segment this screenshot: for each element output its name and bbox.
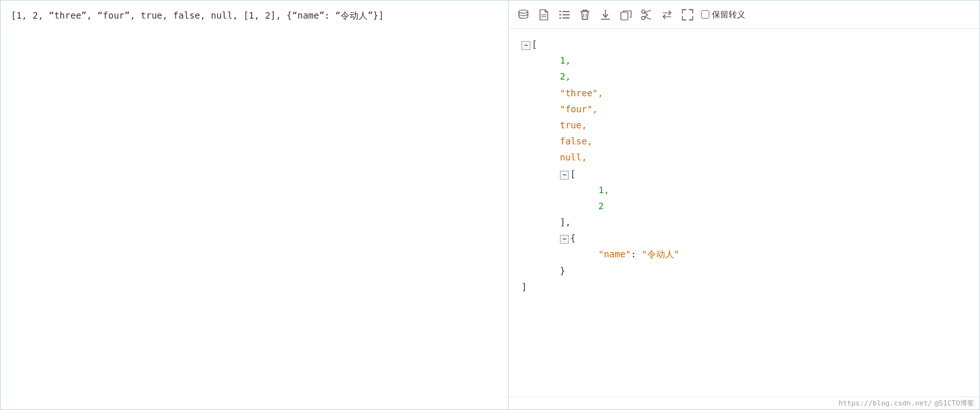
value-1: 1, [560,53,571,69]
nested-array-close: ], [521,214,967,230]
nested-value-name: "令动人" [641,246,679,262]
svg-line-16 [645,10,651,13]
nested-array-open: − [ [521,166,967,182]
svg-point-0 [519,10,528,13]
root-collapse-btn[interactable]: − [521,41,530,50]
nested-array-collapse-btn[interactable]: − [560,171,569,180]
item-four: "four", [521,101,967,117]
root-open-bracket: [ [532,37,537,53]
preserve-escape-input[interactable] [701,10,709,19]
delete-icon[interactable] [578,8,592,22]
json-viewer-panel: 保留转义 − [ 1, 2, "three", "four", true, [509,0,980,410]
download-icon[interactable] [598,8,612,22]
json-viewer-content: − [ 1, 2, "three", "four", true, false, [509,29,979,397]
footer-url: https://blog.csdn.net/ [839,399,933,407]
item-three: "three", [521,85,967,101]
preserve-escape-label: 保留转义 [712,9,745,21]
nested-value-1: 1, [598,182,609,198]
item-true: true, [521,117,967,133]
svg-rect-13 [621,12,628,20]
nested-item-2: 2 [521,198,967,214]
nested-object-close: } [521,263,967,279]
file-icon[interactable] [537,8,551,22]
nested-key: "name" [598,246,631,262]
scissors-icon[interactable] [639,8,654,22]
footer-bar: https://blog.csdn.net/ @51CTO博客 [509,397,979,409]
nested-value-2: 2 [598,198,604,214]
svg-point-15 [642,10,645,13]
nested-colon: : [631,246,642,262]
nested-object-collapse-btn[interactable]: − [560,235,569,244]
root-open: − [ [521,37,967,53]
root-close-bracket: ] [521,279,527,295]
item-null: null, [521,149,967,166]
list-icon[interactable] [557,8,571,22]
nested-object-open: − { [521,230,967,246]
exchange-icon[interactable] [660,8,674,22]
nested-item-1: 1, [521,182,967,198]
nested-object-open-brace: { [570,230,575,246]
nested-array-open-bracket: [ [570,166,575,182]
value-null: null, [560,149,587,166]
value-four: "four", [560,101,598,117]
raw-input-panel[interactable]: [1, 2, “three”, “four”, true, false, nul… [0,0,509,410]
preserve-escape-checkbox[interactable]: 保留转义 [701,9,745,21]
nested-object-close-brace: } [560,263,565,279]
copy-icon[interactable] [619,8,633,22]
item-1: 1, [521,53,967,69]
svg-point-14 [642,16,645,19]
value-true: true, [560,117,587,133]
item-2: 2, [521,69,967,85]
footer-brand: @51CTO博客 [934,398,974,408]
value-three: "three", [560,85,603,101]
value-2: 2, [560,69,571,85]
svg-line-19 [645,15,648,17]
svg-line-18 [645,12,648,15]
value-false: false, [560,133,593,149]
toolbar: 保留转义 [509,1,979,29]
svg-line-17 [645,17,651,19]
expand-icon[interactable] [680,8,695,22]
raw-json-text: [1, 2, “three”, “four”, true, false, nul… [11,10,384,21]
item-false: false, [521,133,967,149]
database-icon[interactable] [516,8,530,22]
root-close: ] [521,279,967,295]
nested-array-close-bracket: ], [560,214,571,230]
nested-kv: "name" : "令动人" [521,246,967,262]
